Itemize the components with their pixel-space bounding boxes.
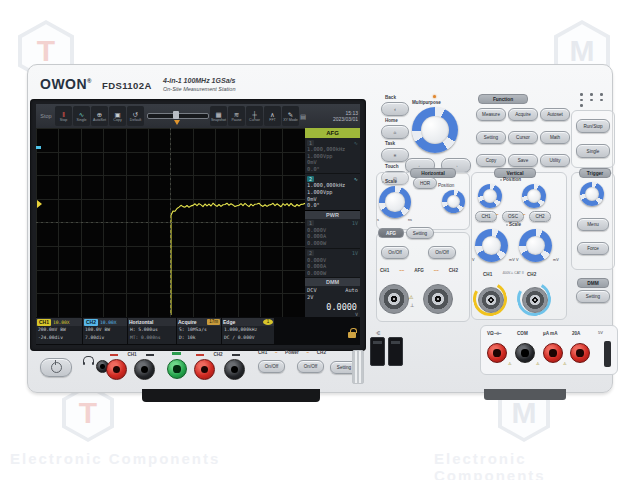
touch-screen[interactable]: Stop ‖ Stop ∿ Single ⊕ AutoSet ▣ Copy ↺ …: [36, 104, 360, 345]
ch2-output-black-jack[interactable]: [224, 359, 245, 380]
acquire-status-box[interactable]: Acquire17m S: 10MSa/s D: 10k: [177, 318, 221, 344]
volt-ohm-jack[interactable]: [487, 343, 507, 363]
afg-ch1-bnc[interactable]: [379, 284, 409, 314]
cursor-panel-button[interactable]: Cursor: [508, 131, 538, 144]
ch1-position-knob[interactable]: [478, 184, 502, 208]
save-button[interactable]: Save: [508, 154, 538, 167]
pause-button[interactable]: ≋ Pause: [228, 106, 245, 126]
slider-knob[interactable]: [173, 111, 179, 119]
afg-setting-button[interactable]: Setting: [406, 227, 434, 239]
trigger-force-button[interactable]: Force: [577, 242, 609, 255]
measure-button[interactable]: Measure: [476, 108, 506, 121]
ch2-scale: 100.0V: [85, 327, 102, 332]
trigger-status-box[interactable]: Edge1 1.000,000kHz DC ∕ 0.000V: [222, 318, 274, 344]
ch1-output-black-jack[interactable]: [134, 359, 155, 380]
ch1-input-bnc[interactable]: [478, 287, 504, 313]
ch2-scale-knob[interactable]: [519, 229, 552, 262]
copy-icon: ▣: [114, 111, 120, 118]
trigger-menu-button[interactable]: Menu: [577, 218, 609, 231]
com-jack[interactable]: [515, 343, 535, 363]
com-label: COM: [517, 331, 528, 336]
xy-mode-button[interactable]: ✎ XY Mode: [282, 106, 299, 126]
ch1-level-marker[interactable]: [37, 200, 42, 208]
pwr-ch1-volts: 0.000V: [307, 227, 358, 234]
h-scale-label: Scale: [382, 179, 397, 184]
headphone-icon: [83, 356, 94, 364]
osc-button[interactable]: OSC: [502, 211, 524, 222]
run-stop-button[interactable]: Run/Stop: [576, 119, 610, 133]
single-panel-button[interactable]: Single: [576, 144, 610, 158]
side-port[interactable]: [604, 341, 611, 367]
waveform-position-slider[interactable]: [145, 106, 209, 126]
snapshot-button[interactable]: ▦ Snapshot: [210, 106, 227, 126]
afg-ch2-panel[interactable]: 2 ∿ 1.000,000kHz 1.000Vpp 0mV 0.0°: [305, 174, 360, 210]
autoset-panel-button[interactable]: Autoset: [540, 108, 570, 121]
pwr-ch1-amps: 0.000A: [307, 233, 358, 240]
back-label: Back: [385, 95, 396, 100]
current-jack[interactable]: [543, 343, 563, 363]
trigger-level-marker[interactable]: [36, 146, 41, 149]
power-ch1-onoff-button[interactable]: On/Off: [258, 360, 285, 373]
copy-panel-button[interactable]: Copy: [476, 154, 506, 167]
pwr-ch2-panel[interactable]: 2 1V 0.000V 0.000A 0.000W: [305, 249, 360, 279]
horizontal-position-knob[interactable]: [442, 190, 465, 213]
afg-ch1-onoff-button[interactable]: On/Off: [381, 246, 409, 259]
clipboard-icon[interactable]: ▤: [300, 113, 306, 120]
ch2-status-box[interactable]: CH210.00X 100.0V BW 7.00div: [83, 318, 127, 344]
ch2-position-knob[interactable]: [522, 184, 546, 208]
amp20-jack[interactable]: [570, 343, 590, 363]
ch1-scale-knob[interactable]: [475, 229, 508, 262]
setting-button[interactable]: Setting: [476, 131, 506, 144]
h-position-label: Position: [438, 183, 454, 188]
ch2-output-red-jack[interactable]: [194, 359, 215, 380]
afg-ch2-onoff-button[interactable]: On/Off: [428, 246, 456, 259]
fft-button[interactable]: ∧ FFT: [264, 106, 281, 126]
dmm-section-title[interactable]: DMM: [305, 278, 360, 286]
ch1-output-red-jack[interactable]: [106, 359, 127, 380]
usb-port-1[interactable]: [370, 337, 385, 366]
multipurpose-knob[interactable]: [412, 107, 458, 153]
ch1-coupling: BW: [60, 327, 66, 332]
horizontal-status-box[interactable]: Horizontal H: 5.000us MT: 0.000ns: [128, 318, 176, 344]
trigger-level-knob[interactable]: [580, 182, 604, 206]
math-button[interactable]: Math: [540, 131, 570, 144]
hor-button[interactable]: HOR: [413, 177, 437, 189]
watermark-caption-left: Electronic Components: [10, 450, 220, 467]
afg-tab[interactable]: AFG: [305, 128, 360, 138]
single-button[interactable]: ∿ Single: [73, 106, 90, 126]
warning-icon: ⚠: [563, 361, 567, 366]
ch2-input-bnc[interactable]: [522, 287, 548, 313]
afg-ch2-bnc[interactable]: [423, 284, 453, 314]
front-grip: [352, 350, 364, 384]
acquire-button[interactable]: Acquire: [508, 108, 538, 121]
power-ch2-onoff-button[interactable]: On/Off: [297, 360, 324, 373]
afg-ch1-label: CH1: [380, 268, 389, 273]
power-button[interactable]: [40, 358, 72, 377]
dmm-setting-button[interactable]: Setting: [576, 290, 610, 303]
ground-jack[interactable]: [167, 359, 187, 379]
ch2-probe: 10.00X: [100, 320, 117, 325]
afg-ch1-panel[interactable]: 1 ∿ 1.000,000kHz 1.000Vpp 0mV 0.0°: [305, 138, 360, 174]
memory-depth: D: 10k: [177, 334, 221, 342]
ch2-menu-button[interactable]: CH2: [529, 211, 551, 222]
stop-button[interactable]: ‖ Stop: [55, 106, 72, 126]
task-button[interactable]: ≡: [381, 148, 409, 162]
dmm-section-title: DMM: [577, 278, 609, 288]
utility-button[interactable]: Utility: [540, 154, 570, 167]
back-button[interactable]: ‹: [381, 102, 409, 116]
default-button[interactable]: ↺ Default: [127, 106, 144, 126]
ch1-status-box[interactable]: CH110.00X 200.0mV BW -24.00div: [36, 318, 82, 344]
ch1-chip: CH1: [37, 319, 51, 326]
home-button[interactable]: ⌂: [381, 125, 409, 139]
pwr-ch1-panel[interactable]: 1 1V 0.000V 0.000A 0.000W: [305, 219, 360, 249]
status-bar: CH110.00X 200.0mV BW -24.00div CH210.00X…: [36, 317, 360, 345]
pwr-section-title[interactable]: PWR: [305, 211, 360, 219]
copy-button[interactable]: ▣ Copy: [109, 106, 126, 126]
usb-port-2[interactable]: [388, 337, 403, 366]
autoset-button[interactable]: ⊕ AutoSet: [91, 106, 108, 126]
horizontal-scale-knob[interactable]: [379, 186, 411, 218]
volts-label-2: V: [516, 258, 519, 262]
cursor-button[interactable]: ┼ Cursor: [246, 106, 263, 126]
lock-icon[interactable]: [348, 332, 356, 338]
ch1-menu-button[interactable]: CH1: [475, 211, 497, 222]
